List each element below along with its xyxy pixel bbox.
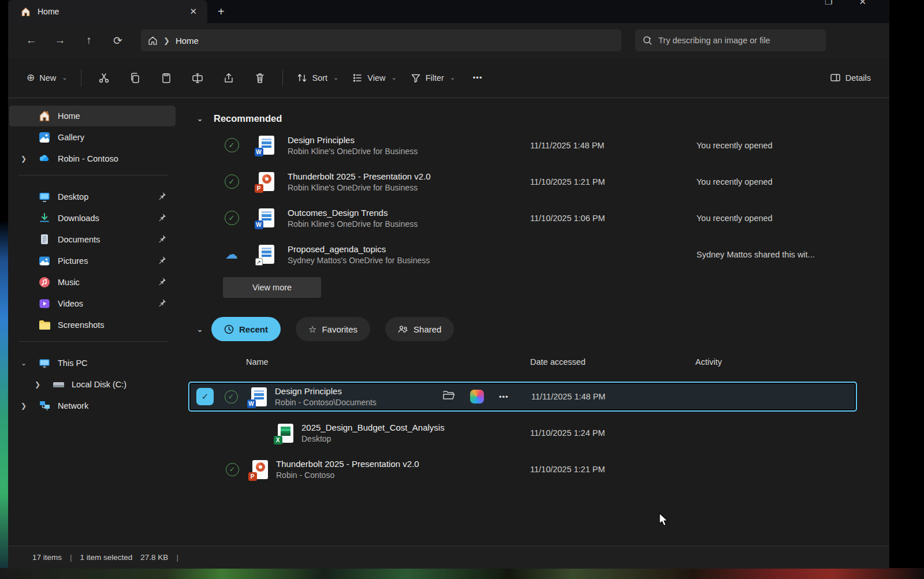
restore-button[interactable]: ❐ — [825, 0, 832, 7]
window-controls: ❐ ✕ — [825, 0, 866, 7]
back-button[interactable]: ← — [18, 29, 44, 51]
sidebar-item-network[interactable]: ❯ Network — [9, 395, 176, 416]
recommended-item[interactable]: ✓ W Design Principles Robin Kline's OneD… — [188, 127, 858, 163]
file-location: Robin Kline's OneDrive for Business — [288, 147, 418, 156]
address-bar[interactable]: ❯ Home — [141, 29, 621, 51]
chevron-right-icon[interactable]: ❯ — [17, 155, 30, 163]
table-row-budget-analysis[interactable]: X 2025_Design_Budget_Cost_Analysis Deskt… — [188, 418, 857, 448]
column-header-date-accessed[interactable]: Date accessed — [530, 357, 586, 367]
home-tab-icon — [21, 7, 31, 17]
this-pc-icon — [38, 357, 51, 369]
sort-button[interactable]: Sort ⌄ — [290, 68, 345, 88]
tab-recent[interactable]: Recent — [211, 317, 281, 341]
forward-button[interactable]: → — [47, 29, 73, 51]
collapse-chevron-icon[interactable]: ⌄ — [188, 324, 211, 334]
activity-text: You recently opened — [696, 177, 773, 186]
view-button[interactable]: View ⌄ — [345, 68, 403, 88]
row-checkbox[interactable]: ✓ — [196, 388, 214, 405]
search-placeholder: Try describing an image or file — [658, 36, 770, 45]
file-location: Sydney Mattos's OneDrive for Business — [288, 256, 430, 265]
sidebar-item-this-pc[interactable]: ⌄ This PC — [9, 353, 176, 373]
chevron-down-icon: ⌄ — [391, 74, 396, 81]
breadcrumb-chevron-icon: ❯ — [163, 36, 170, 45]
word-file-icon: W — [249, 136, 284, 155]
table-row-design-principles[interactable]: ✓ ✓ W Design Principles Robin - Contoso\… — [188, 382, 857, 412]
copy-icon — [129, 72, 141, 84]
sidebar-item-onedrive[interactable]: ❯ Robin - Contoso — [9, 148, 176, 169]
navigation-bar: ← → ↑ ⟳ ❯ Home Try describing an image o… — [8, 23, 889, 58]
synced-check-icon: ✓ — [225, 138, 239, 152]
chevron-right-icon[interactable]: ❯ — [31, 380, 44, 389]
trash-icon — [254, 72, 266, 84]
filter-button[interactable]: Filter ⌄ — [404, 68, 462, 88]
refresh-button[interactable]: ⟳ — [105, 29, 131, 51]
toolbar-separator — [282, 69, 283, 87]
pin-icon — [158, 277, 166, 288]
sidebar-item-gallery[interactable]: Gallery — [9, 127, 176, 148]
sidebar-item-screenshots[interactable]: Screenshots — [9, 315, 176, 335]
sidebar-item-music[interactable]: Music — [9, 272, 176, 293]
window-close-button[interactable]: ✕ — [859, 0, 866, 7]
powerpoint-file-icon: P — [249, 172, 284, 191]
sidebar-item-label: Desktop — [58, 192, 158, 201]
sidebar-item-documents[interactable]: Documents — [9, 229, 176, 250]
recommended-item[interactable]: ✓ W Outcomes_Design Trends Robin Kline's… — [188, 200, 858, 236]
view-more-button[interactable]: View more — [223, 277, 321, 298]
new-tab-button[interactable]: + — [207, 5, 235, 18]
sort-button-label: Sort — [312, 73, 327, 83]
sidebar-item-label: Videos — [58, 299, 158, 308]
tab-favorites[interactable]: ☆ Favorites — [296, 317, 370, 341]
sidebar-item-videos[interactable]: Videos — [9, 293, 176, 314]
new-button[interactable]: ⊕ New ⌄ — [20, 67, 74, 88]
copilot-icon[interactable] — [470, 390, 484, 404]
file-location: Robin - Contoso — [276, 470, 419, 480]
sidebar-item-downloads[interactable]: Downloads — [9, 208, 176, 229]
people-icon — [398, 325, 408, 334]
search-input[interactable]: Try describing an image or file — [635, 29, 826, 51]
pictures-icon — [38, 255, 51, 267]
column-header-name[interactable]: Name — [246, 357, 269, 367]
tab-close-button[interactable]: ✕ — [185, 5, 202, 18]
more-actions-button[interactable]: ••• — [499, 393, 509, 401]
open-file-location-button[interactable] — [442, 390, 455, 404]
date-accessed: 11/10/2025 1:06 PM — [530, 214, 605, 223]
chevron-down-icon[interactable]: ⌄ — [17, 359, 30, 367]
up-button[interactable]: ↑ — [76, 29, 102, 51]
synced-check-icon: ✓ — [225, 211, 239, 225]
file-name: Design Principles — [275, 386, 377, 396]
pin-icon — [158, 213, 166, 224]
table-row-thunderbolt[interactable]: ✓ P Thunderbolt 2025 - Presentation v2.0… — [188, 454, 857, 484]
pin-icon — [158, 256, 166, 267]
powerpoint-file-icon: P — [245, 460, 275, 479]
recommended-item[interactable]: ✓ P Thunderbolt 2025 - Presentation v2.0… — [188, 163, 858, 200]
rename-button[interactable] — [185, 67, 210, 89]
sidebar-item-desktop[interactable]: Desktop — [9, 186, 176, 207]
breadcrumb[interactable]: Home — [176, 36, 199, 46]
tab-label: Favorites — [322, 324, 357, 334]
chevron-right-icon[interactable]: ❯ — [17, 402, 30, 410]
more-options-button[interactable]: ••• — [465, 67, 490, 89]
music-icon — [38, 276, 51, 289]
paste-button[interactable] — [154, 67, 178, 89]
sort-icon — [297, 73, 307, 83]
sidebar-item-pictures[interactable]: Pictures — [9, 251, 176, 271]
quick-filter-row: ⌄ Recent ☆ Favorites Shared — [188, 316, 889, 342]
details-button[interactable]: Details — [823, 68, 878, 88]
delete-button[interactable] — [248, 67, 272, 89]
share-button[interactable] — [217, 67, 241, 89]
activity-text: Sydney Mattos shared this wit... — [696, 250, 815, 259]
tab-home[interactable]: Home ✕ — [8, 0, 207, 23]
sidebar-item-label: Screenshots — [58, 320, 176, 330]
column-header-activity[interactable]: Activity — [695, 357, 722, 367]
chevron-down-icon: ⌄ — [450, 74, 455, 81]
cut-button[interactable] — [92, 67, 116, 89]
sidebar-item-home[interactable]: Home — [9, 106, 176, 126]
recommended-item[interactable]: ☁ ↗ Proposed_agenda_topics Sydney Mattos… — [188, 236, 858, 272]
copy-button[interactable] — [123, 67, 147, 89]
new-button-label: New — [39, 73, 56, 83]
tab-shared[interactable]: Shared — [385, 317, 454, 341]
file-name: Thunderbolt 2025 - Presentation v2.0 — [276, 459, 419, 469]
sidebar-item-local-disk-c[interactable]: ❯ Local Disk (C:) — [9, 374, 176, 395]
collapse-chevron-icon[interactable]: ⌄ — [188, 114, 211, 123]
activity-text: You recently opened — [696, 214, 773, 223]
